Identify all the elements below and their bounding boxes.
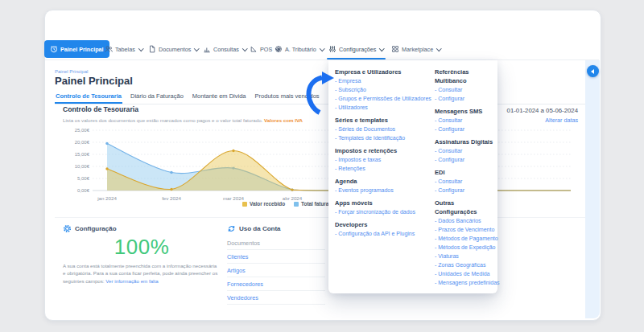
usage-row-clientes[interactable]: Clientes: [227, 250, 325, 264]
dropdown-item-utilizadores[interactable]: Utilizadores: [335, 103, 435, 112]
chart-legend: Valor recebidoTotal faturado: [242, 201, 335, 207]
dropdown-item-s-ries-de-documentos[interactable]: Séries de Documentos: [335, 125, 435, 133]
tab-di-rio-da-fatura-o[interactable]: Diário da Faturação: [130, 91, 184, 104]
nav-item-a-tribut-rio[interactable]: A. Tributário: [275, 40, 324, 58]
nav-item-painel-principal[interactable]: Painel Principal: [44, 40, 109, 58]
dropdown-section: Séries e templatesSéries de DocumentosTe…: [335, 112, 435, 142]
configuracoes-dropdown-menu: Empresa e UtilizadoresEmpresaSubscriçãoG…: [328, 60, 497, 293]
chevron-down-icon: [436, 46, 441, 51]
dropdown-item-consultar[interactable]: Consultar: [435, 85, 496, 94]
dropdown-item-consultar[interactable]: Consultar: [435, 146, 496, 155]
gear-icon: [63, 224, 72, 233]
chevron-down-icon: [242, 46, 247, 51]
svg-text:25,00€: 25,00€: [75, 128, 90, 133]
dropdown-item-consultar[interactable]: Consultar: [435, 177, 496, 186]
dropdown-section-header: Assinaturas Digitais: [435, 137, 496, 146]
svg-text:0,00€: 0,00€: [77, 188, 90, 193]
uso-da-conta-header: Uso da Conta: [227, 224, 325, 233]
dropdown-item-mensagens-predefinidas[interactable]: Mensagens predefinidas: [435, 278, 496, 287]
dropdown-item-subscri-o[interactable]: Subscrição: [335, 85, 435, 94]
dropdown-item-zonas-geogr-ficas[interactable]: Zonas Geográficas: [435, 260, 496, 269]
tab-montante-em-divida[interactable]: Montante em Divida: [192, 91, 247, 104]
usage-row-documentos: Documentos: [227, 236, 325, 250]
tab-controlo-de-tesouraria[interactable]: Controlo de Tesouraria: [55, 91, 122, 104]
nav-divider: [45, 59, 599, 60]
top-navigation: Painel PrincipalTabelasDocumentosConsult…: [0, 40, 644, 59]
dropdown-item-empresa[interactable]: Empresa: [335, 76, 435, 85]
dropdown-section-header: Agenda: [335, 177, 435, 186]
breadcrumb[interactable]: Painel Principal: [55, 69, 88, 74]
dropdown-section: Apps móveisForçar sincronização de dados: [335, 195, 435, 216]
nav-item-label: Tabelas: [115, 46, 135, 53]
svg-text:abr 2024: abr 2024: [283, 195, 303, 201]
dropdown-item-configurar[interactable]: Configurar: [435, 94, 496, 103]
dropdown-section-header: Outras Configurações: [435, 199, 496, 216]
dropdown-item-configura-o-da-api-e-plugins[interactable]: Configuração da API e Plugins: [335, 229, 435, 238]
dropdown-section-header: Referências Multibanco: [435, 68, 496, 85]
dropdown-item-consultar[interactable]: Consultar: [435, 116, 496, 125]
usage-row-vendedores[interactable]: Vendedores: [227, 291, 325, 305]
dropdown-section: AgendaEventos programados: [335, 173, 435, 195]
dropdown-item-prazos-de-vencimento[interactable]: Prazos de Vencimento: [435, 225, 496, 234]
dropdown-item-grupos-e-permiss-es-de-utilizadores[interactable]: Grupos e Permissões de Utilizadores: [335, 94, 435, 103]
dropdown-item-configurar[interactable]: Configurar: [435, 155, 496, 164]
dropdown-section-header: Developers: [335, 220, 435, 229]
configuracao-section: Configuração 100% A sua conta está total…: [63, 224, 221, 285]
uso-da-conta-title: Uso da Conta: [239, 225, 281, 232]
dropdown-left-column: Empresa e UtilizadoresEmpresaSubscriçãoG…: [335, 68, 435, 287]
document-icon: [148, 45, 156, 53]
pos-icon: [250, 45, 258, 53]
dropdown-item-reten-es[interactable]: Retenções: [335, 164, 435, 173]
nav-item-label: Configurações: [339, 46, 376, 53]
dropdown-item-dados-banc-rios[interactable]: Dados Bancários: [435, 216, 496, 225]
nav-item-label: Consultas: [213, 46, 239, 53]
svg-text:15,00€: 15,00€: [75, 152, 90, 157]
dropdown-item-unidades-de-medida[interactable]: Unidades de Medida: [435, 269, 496, 278]
nav-item-label: Painel Principal: [60, 46, 104, 53]
dropdown-item-configurar[interactable]: Configurar: [435, 125, 496, 133]
dropdown-item-m-todos-de-pagamento[interactable]: Métodos de Pagamento: [435, 234, 496, 243]
dropdown-section-header: Séries e templates: [335, 116, 435, 125]
dropdown-item-eventos-programados[interactable]: Eventos programados: [335, 186, 435, 195]
app-stage: Painel PrincipalTabelasDocumentosConsult…: [0, 0, 644, 332]
nav-item-label: POS: [260, 46, 272, 53]
chevron-down-icon: [138, 46, 143, 51]
chart-icon: [203, 45, 211, 53]
marketplace-icon: [391, 45, 399, 53]
nav-item-marketplace[interactable]: Marketplace: [391, 40, 441, 58]
section-description-text: Lista os valores dos documentos que estã…: [63, 117, 264, 123]
nav-item-consultas[interactable]: Consultas: [203, 40, 246, 58]
configuracao-text: A sua conta está totalmente preenchida c…: [63, 262, 221, 285]
tab-produtos-mais-vendidos[interactable]: Produtos mais vendidos: [254, 91, 320, 104]
dropdown-section: Outras ConfiguraçõesDados BancáriosPrazo…: [435, 195, 496, 287]
configuracao-header: Configuração: [63, 224, 221, 233]
dropdown-item-configurar[interactable]: Configurar: [435, 186, 496, 195]
dropdown-item-m-todos-de-expedi-o[interactable]: Métodos de Expedição: [435, 243, 496, 252]
nav-item-configura-es[interactable]: Configurações: [328, 40, 384, 58]
dropdown-item-viaturas[interactable]: Viaturas: [435, 252, 496, 260]
dropdown-item-templates-de-identifica-o[interactable]: Templates de Identificação: [335, 133, 435, 142]
chevron-down-icon: [379, 46, 384, 51]
valores-com-iva-link[interactable]: Valores com IVA: [264, 117, 303, 123]
section-description: Lista os valores dos documentos que estã…: [63, 117, 303, 123]
svg-text:mar 2024: mar 2024: [223, 195, 245, 201]
svg-text:10,00€: 10,00€: [75, 164, 90, 169]
dropdown-section: Empresa e UtilizadoresEmpresaSubscriçãoG…: [335, 68, 435, 112]
ver-informacao-link[interactable]: Ver informação em falta: [105, 278, 158, 284]
nav-item-label: Documentos: [159, 46, 191, 53]
dropdown-item-for-ar-sincroniza-o-de-dados[interactable]: Forçar sincronização de dados: [335, 207, 435, 216]
dropdown-section: Assinaturas DigitaisConsultarConfigurar: [435, 133, 496, 164]
svg-text:5,00€: 5,00€: [77, 176, 90, 181]
dropdown-section-header: Empresa e Utilizadores: [335, 68, 435, 76]
dropdown-section: Mensagens SMSConsultarConfigurar: [435, 103, 496, 133]
dropdown-section-header: Mensagens SMS: [435, 107, 496, 116]
nav-item-documentos[interactable]: Documentos: [148, 40, 199, 58]
dropdown-item-impostos-e-taxas[interactable]: Impostos e taxas: [335, 155, 435, 164]
dropdown-right-column: Referências MultibancoConsultarConfigura…: [435, 68, 496, 287]
settings-icon: [328, 45, 336, 53]
usage-row-artigos[interactable]: Artigos: [227, 264, 325, 277]
panel-expand-button[interactable]: [587, 65, 599, 77]
completion-percent: 100%: [63, 235, 221, 260]
usage-row-fornecedores[interactable]: Fornecedores: [227, 277, 325, 291]
nav-item-tabelas[interactable]: Tabelas: [105, 40, 142, 58]
